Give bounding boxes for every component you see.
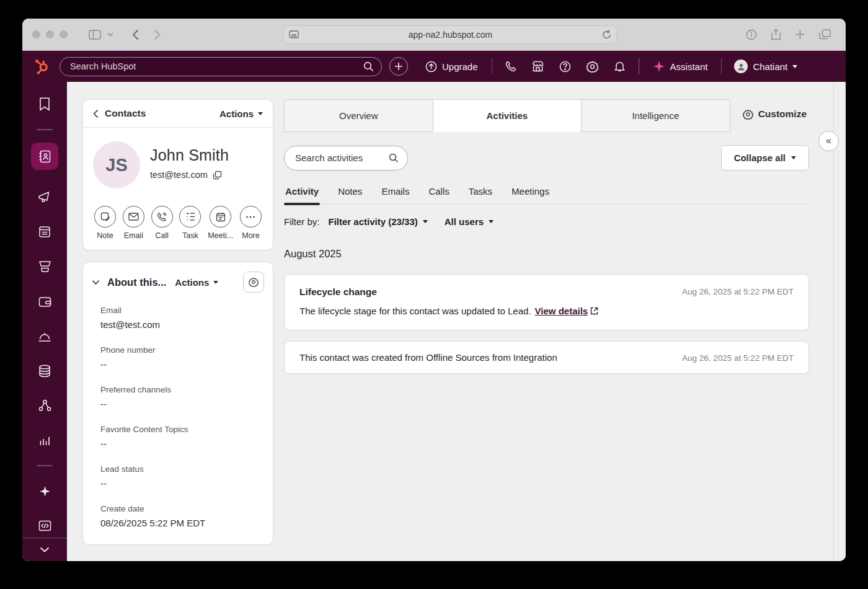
browser-forward-button[interactable] (149, 29, 166, 40)
tab-overview-button[interactable] (814, 29, 836, 40)
page-settings-icon (289, 30, 299, 39)
notifications-button[interactable] (606, 54, 634, 79)
filter-users-dropdown[interactable]: All users (445, 216, 494, 227)
global-search-input[interactable] (70, 61, 363, 71)
back-to-contacts-link[interactable]: Contacts (93, 108, 146, 119)
field-value[interactable]: -- (100, 478, 255, 489)
field-value[interactable]: test@test.com (100, 319, 255, 330)
meeting-icon (216, 212, 226, 222)
calling-button[interactable] (497, 54, 525, 79)
more-actions-button[interactable]: More (240, 206, 262, 240)
collapse-right-panel-button[interactable]: « (818, 131, 839, 151)
sidebar-toggle-button[interactable] (84, 30, 106, 40)
new-tab-button[interactable] (790, 29, 810, 40)
search-activities-input[interactable] (295, 153, 389, 163)
collapse-all-button[interactable]: Collapse all (721, 145, 809, 170)
help-button[interactable] (552, 54, 579, 79)
subtab-tasks[interactable]: Tasks (467, 186, 494, 204)
url-input[interactable] (299, 30, 602, 40)
address-bar[interactable] (283, 25, 617, 44)
browser-back-button[interactable] (127, 29, 144, 40)
hubspot-logo-icon[interactable] (33, 58, 50, 75)
contact-summary-card: Contacts Actions JS John Smith (82, 99, 273, 250)
zoom-window-button[interactable] (60, 30, 68, 38)
close-window-button[interactable] (32, 30, 40, 38)
tab-intelligence[interactable]: Intelligence (582, 99, 730, 132)
sparkle-icon (39, 485, 51, 497)
sidebar-item-automation[interactable] (31, 393, 58, 418)
meeting-button[interactable]: Meeti... (208, 206, 233, 240)
subtab-notes[interactable]: Notes (337, 186, 363, 204)
nav-divider (639, 58, 639, 74)
view-details-label: View details (535, 306, 588, 316)
field-value[interactable]: -- (100, 359, 255, 370)
sidebar-divider (37, 129, 53, 130)
user-name: Chatiant (753, 61, 787, 72)
activity-timestamp: Aug 26, 2025 at 5:22 PM EDT (682, 286, 794, 296)
page-info-button[interactable] (741, 29, 762, 40)
subtab-calls[interactable]: Calls (427, 186, 450, 204)
sidebar-item-sales[interactable] (31, 254, 58, 279)
assistant-button[interactable]: Assistant (644, 60, 717, 73)
subtab-activity[interactable]: Activity (284, 186, 320, 204)
tab-overview[interactable]: Overview (284, 99, 433, 132)
reload-button[interactable] (602, 30, 611, 40)
field-preferred-channels: Preferred channels -- (83, 376, 273, 409)
copy-email-button[interactable] (213, 170, 222, 180)
subtab-emails[interactable]: Emails (380, 186, 410, 204)
create-button[interactable] (389, 57, 408, 76)
minimize-window-button[interactable] (46, 30, 54, 38)
user-account-menu[interactable]: Chatiant (727, 60, 801, 73)
email-button[interactable]: Email (123, 206, 144, 240)
sidebar-item-reporting[interactable] (31, 428, 58, 453)
sidebar-item-marketing[interactable] (31, 185, 58, 210)
filter-activity-dropdown[interactable]: Filter activity (23/33) (329, 216, 428, 227)
sidebar-item-service[interactable] (31, 324, 58, 348)
field-value[interactable]: -- (100, 399, 255, 409)
upgrade-button[interactable]: Upgrade (417, 61, 487, 73)
share-button[interactable] (766, 29, 786, 40)
field-label: Email (100, 306, 255, 315)
copy-icon (213, 170, 222, 180)
megaphone-icon (38, 191, 51, 203)
service-bell-icon (38, 330, 51, 342)
sidebar-item-developer[interactable] (31, 513, 58, 538)
global-search[interactable] (60, 57, 382, 76)
contact-actions-dropdown[interactable]: Actions (219, 108, 263, 119)
about-settings-button[interactable] (243, 272, 264, 293)
sidebar-item-crm[interactable] (31, 143, 58, 170)
tab-activities[interactable]: Activities (433, 99, 582, 132)
sidebar-item-bookmarks[interactable] (31, 92, 58, 117)
tab-group-chevron-button[interactable] (106, 32, 118, 37)
settings-button[interactable] (579, 54, 606, 79)
subtab-meetings[interactable]: Meetings (510, 186, 551, 204)
sidebar-expand-button[interactable] (22, 538, 67, 561)
task-button[interactable]: Task (179, 206, 201, 240)
notifications-icon (614, 61, 625, 73)
chevron-down-icon (792, 65, 797, 68)
contacts-book-icon (38, 150, 51, 163)
search-icon (363, 61, 374, 72)
sidebar-item-content[interactable] (31, 219, 58, 244)
activity-card-lifecycle[interactable]: Lifecycle change Aug 26, 2025 at 5:22 PM… (284, 274, 809, 330)
sidebar-item-commerce[interactable] (31, 289, 58, 314)
user-avatar (734, 60, 748, 73)
task-label: Task (182, 231, 198, 240)
about-actions-dropdown[interactable]: Actions (175, 277, 218, 288)
sidebar-item-data[interactable] (31, 358, 58, 383)
sidebar-icon (89, 30, 101, 40)
customize-tabs-button[interactable]: Customize (730, 99, 809, 120)
page-content: Contacts Actions JS John Smith (67, 82, 846, 561)
search-icon (389, 153, 399, 163)
sidebar-item-breeze-ai[interactable] (31, 479, 58, 503)
call-button[interactable]: Call (151, 206, 173, 240)
search-activities[interactable] (284, 146, 408, 170)
field-label: Favorite Content Topics (100, 425, 255, 434)
marketplace-button[interactable] (525, 54, 552, 79)
activity-card-created[interactable]: This contact was created from Offline So… (284, 341, 809, 374)
note-button[interactable]: Note (94, 206, 116, 240)
view-details-link[interactable]: View details (535, 306, 599, 316)
field-value[interactable]: -- (100, 438, 255, 449)
about-card: About this... Actions Email test@test.co… (82, 262, 273, 545)
collapse-about-button[interactable] (92, 280, 100, 285)
